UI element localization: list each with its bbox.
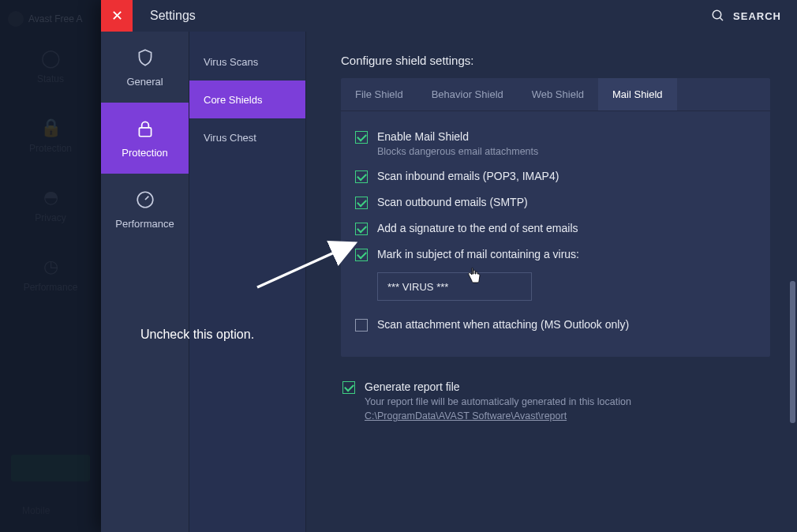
opt-label: Scan attachment when attaching (MS Outlo…: [377, 318, 629, 331]
close-button[interactable]: ✕: [101, 0, 133, 32]
rail-item-protection[interactable]: 🔒 Protection: [0, 101, 101, 170]
search-button[interactable]: SEARCH: [711, 9, 781, 23]
opt-label: Mark in subject of mail containing a vir…: [377, 248, 579, 260]
category-performance[interactable]: Performance: [101, 174, 189, 245]
settings-content: Configure shield settings: File Shield B…: [306, 32, 797, 532]
opt-label: Scan inbound emails (POP3, IMAP4): [377, 170, 559, 182]
shield-box: File Shield Behavior Shield Web Shield M…: [341, 78, 770, 357]
svg-point-0: [713, 10, 721, 19]
opt-label: Generate report file: [365, 380, 631, 393]
svg-line-1: [720, 17, 723, 21]
checkbox-mark-subject[interactable]: [355, 249, 368, 261]
category-protection[interactable]: Protection: [101, 103, 189, 174]
opt-add-signature: Add a signature to the end of sent email…: [355, 215, 756, 242]
brand-name: Avast Free A: [28, 13, 82, 24]
category-label: Protection: [122, 147, 168, 159]
tab-label: Web Shield: [532, 88, 584, 100]
category-column: General Protection Performance: [101, 32, 189, 532]
search-icon: [711, 9, 725, 23]
svg-rect-2: [139, 127, 151, 136]
settings-body: General Protection Performance Virus Sca…: [101, 32, 797, 532]
rail-mobile[interactable]: Mobile: [22, 505, 50, 516]
opt-label: Add a signature to the end of sent email…: [377, 222, 578, 234]
settings-title: Settings: [150, 9, 196, 23]
virus-marker-input[interactable]: [377, 272, 532, 301]
gauge-icon: ◷: [43, 257, 58, 277]
tab-web-shield[interactable]: Web Shield: [518, 78, 598, 111]
opt-scan-outbound: Scan outbound emails (SMTP): [355, 189, 756, 215]
mail-shield-options: Enable Mail Shield Blocks dangerous emai…: [341, 111, 770, 343]
avast-logo-icon: [8, 11, 24, 27]
checkbox-enable[interactable]: [355, 131, 368, 144]
rail-item-privacy[interactable]: ◓ Privacy: [0, 170, 101, 240]
privacy-icon: ◓: [43, 187, 58, 208]
opt-scan-attachment: Scan attachment when attaching (MS Outlo…: [355, 312, 756, 338]
checkbox-outbound[interactable]: [355, 197, 368, 209]
opt-label: Enable Mail Shield: [377, 130, 538, 143]
rail-item-status[interactable]: ◯ Status: [0, 32, 101, 101]
opt-scan-inbound: Scan inbound emails (POP3, IMAP4): [355, 163, 756, 189]
sub-core-shields[interactable]: Core Shields: [189, 81, 305, 118]
settings-header: ✕ Settings SEARCH: [101, 0, 797, 32]
tab-label: Behavior Shield: [432, 88, 503, 100]
sub-label: Virus Scans: [204, 56, 258, 68]
opt-enable-mail-shield: Enable Mail Shield Blocks dangerous emai…: [355, 124, 756, 163]
lock-icon: [135, 118, 155, 139]
category-label: Performance: [115, 218, 174, 230]
rail-label: Privacy: [35, 212, 65, 223]
opt-label: Scan outbound emails (SMTP): [377, 196, 528, 208]
sub-label: Core Shields: [204, 94, 262, 106]
tab-file-shield[interactable]: File Shield: [341, 78, 417, 111]
tab-behavior-shield[interactable]: Behavior Shield: [417, 78, 518, 111]
scrollbar-thumb[interactable]: [790, 281, 795, 423]
lock-icon: 🔒: [40, 118, 62, 138]
app-left-rail: Avast Free A ◯ Status 🔒 Protection ◓ Pri…: [0, 0, 101, 532]
shield-icon: [135, 47, 155, 68]
sub-label: Virus Chest: [204, 132, 256, 144]
tab-label: File Shield: [355, 88, 403, 100]
report-block: Generate report file Your report file wi…: [341, 374, 770, 429]
opt-mark-subject: Mark in subject of mail containing a vir…: [355, 242, 756, 268]
checkbox-signature[interactable]: [355, 223, 368, 235]
close-icon: ✕: [111, 7, 123, 24]
checkbox-inbound[interactable]: [355, 170, 368, 183]
app-brand: Avast Free A: [0, 6, 101, 32]
category-general[interactable]: General: [101, 32, 189, 103]
opt-generate-report: Generate report file Your report file wi…: [342, 374, 770, 429]
category-label: General: [126, 76, 163, 88]
sub-virus-scans[interactable]: Virus Scans: [189, 43, 305, 81]
search-label: SEARCH: [733, 10, 781, 22]
rail-item-performance[interactable]: ◷ Performance: [0, 240, 101, 309]
tab-label: Mail Shield: [612, 88, 663, 100]
opt-sublabel: Your report file will be automatically g…: [365, 396, 631, 407]
content-title: Configure shield settings:: [341, 54, 770, 67]
checkbox-report[interactable]: [342, 381, 355, 394]
subcategory-column: Virus Scans Core Shields Virus Chest: [189, 32, 306, 532]
tab-mail-shield[interactable]: Mail Shield: [598, 78, 677, 111]
rail-label: Performance: [24, 282, 78, 293]
shield-tabs: File Shield Behavior Shield Web Shield M…: [341, 78, 770, 111]
activate-button[interactable]: [11, 455, 90, 481]
rail-label: Protection: [29, 143, 72, 154]
opt-sublabel: Blocks dangerous email attachments: [377, 146, 538, 157]
gauge-icon: [135, 189, 155, 210]
status-icon: ◯: [41, 48, 61, 69]
sub-virus-chest[interactable]: Virus Chest: [189, 118, 305, 156]
report-path-link[interactable]: C:\ProgramData\AVAST Software\Avast\repo…: [365, 410, 567, 421]
checkbox-scan-attachment[interactable]: [355, 319, 368, 332]
rail-label: Status: [37, 73, 64, 84]
settings-panel: ✕ Settings SEARCH General Protection: [101, 0, 797, 532]
